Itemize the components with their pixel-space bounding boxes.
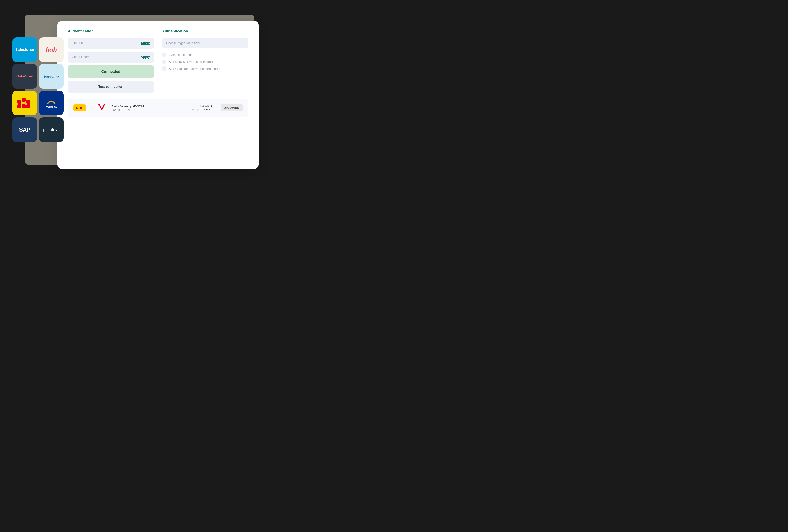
main-panel: Authentication Client ID Apply Client Se… — [57, 21, 259, 169]
weight-info: Weight: 0.446 kg — [192, 108, 212, 111]
checkbox-recurring-label: Event is recurring — [169, 53, 193, 56]
client-id-label: Client ID — [72, 41, 84, 45]
zoho-icon — [17, 98, 32, 108]
freenow-v-logo — [98, 103, 105, 112]
app-tile-salesforce[interactable]: Salesforce — [12, 37, 37, 62]
checkbox-headstart-label: Add head start (activate before trigger) — [169, 67, 221, 71]
workday-logo: workday. — [45, 98, 57, 108]
trigger-placeholder: Choose trigger data field — [166, 41, 200, 45]
arrow-icon: → — [90, 105, 94, 110]
app-tile-workday[interactable]: workday. — [39, 91, 64, 115]
checkbox-delay[interactable] — [162, 60, 166, 64]
client-id-apply-button[interactable]: Apply — [141, 41, 150, 45]
personio-logo: Personio — [44, 74, 59, 79]
checkbox-item-1: Add delay (Activate after trigger) — [162, 60, 248, 64]
pipedrive-logo: pipedrive — [43, 128, 60, 132]
auth-title-right: Authentication — [162, 29, 248, 34]
test-connection-button[interactable]: Test connection — [68, 81, 154, 93]
upcoming-badge: UPCOMING — [221, 104, 243, 112]
svg-rect-5 — [26, 104, 30, 108]
app-grid: Salesforce bob HubSpt Personio — [12, 37, 64, 142]
client-secret-row: Client Secret Apply — [68, 52, 154, 63]
checkbox-recurring[interactable] — [162, 53, 166, 57]
delivery-title: Auto Delivery #D-1234 — [112, 104, 188, 108]
checkbox-group: Event is recurring Add delay (Activate a… — [162, 53, 248, 71]
bob-logo: bob — [46, 45, 57, 54]
delivery-meta: Parcels: 1 Weight: 0.446 kg — [192, 104, 212, 112]
checkbox-headstart[interactable] — [162, 66, 166, 71]
app-tile-personio[interactable]: Personio — [39, 64, 64, 89]
scene: Salesforce bob HubSpt Personio — [12, 8, 259, 169]
delivery-card: DHL → Auto Delivery #D-1234 For FREENOW … — [68, 99, 248, 117]
svg-rect-0 — [17, 100, 21, 104]
hubspot-logo: HubSpt — [16, 74, 33, 78]
checkbox-delay-label: Add delay (Activate after trigger) — [169, 60, 213, 63]
sap-logo: SAP — [19, 126, 31, 133]
delivery-info: Auto Delivery #D-1234 For FREENOW — [112, 104, 188, 112]
app-tile-pipedrive[interactable]: pipedrive — [39, 117, 64, 142]
dhl-logo: DHL — [74, 104, 86, 112]
svg-rect-3 — [17, 104, 21, 108]
svg-rect-2 — [26, 100, 30, 104]
client-id-row: Client ID Apply — [68, 38, 154, 48]
client-secret-apply-button[interactable]: Apply — [141, 55, 150, 59]
svg-rect-4 — [22, 104, 26, 108]
trigger-dropdown[interactable]: Choose trigger data field — [162, 38, 248, 48]
delivery-subtitle: For FREENOW — [112, 109, 188, 112]
app-tile-hubspot[interactable]: HubSpt — [12, 64, 37, 89]
auth-title-left: Authentication — [68, 29, 154, 34]
left-panel-col: Authentication Client ID Apply Client Se… — [68, 29, 154, 93]
app-tile-sap[interactable]: SAP — [12, 117, 37, 142]
app-tile-bob[interactable]: bob — [39, 37, 64, 62]
checkbox-item-0: Event is recurring — [162, 53, 248, 57]
connected-button[interactable]: Connected — [68, 65, 154, 78]
svg-rect-1 — [22, 98, 26, 102]
app-tile-zoho[interactable] — [12, 91, 37, 115]
salesforce-logo: Salesforce — [15, 47, 34, 52]
checkbox-item-2: Add head start (activate before trigger) — [162, 66, 248, 71]
right-panel-col: Authentication Choose trigger data field… — [162, 29, 248, 93]
panel-columns: Authentication Client ID Apply Client Se… — [68, 29, 248, 93]
client-secret-label: Client Secret — [72, 55, 91, 59]
parcels-info: Parcels: 1 — [192, 104, 212, 107]
